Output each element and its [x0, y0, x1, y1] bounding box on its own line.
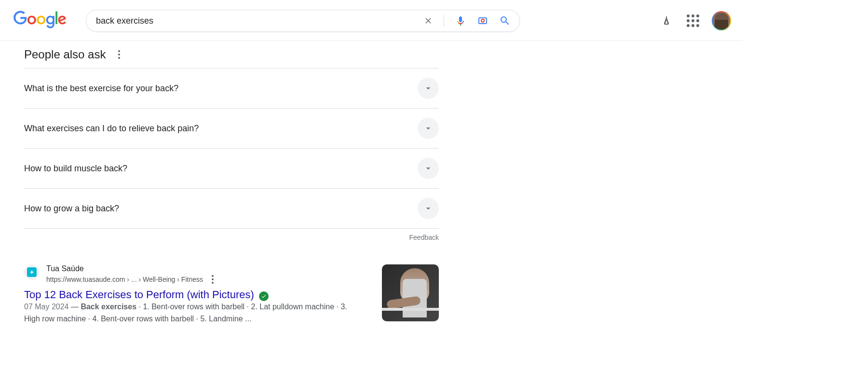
paa-title: People also ask [24, 48, 106, 61]
paa-question: How to grow a big back? [24, 204, 119, 214]
main-content: People also ask What is the best exercis… [0, 41, 439, 325]
paa-question: What is the best exercise for your back? [24, 83, 178, 94]
result-date: 07 May 2024 [24, 303, 69, 311]
feedback-link[interactable]: Feedback [24, 234, 439, 241]
paa-item[interactable]: How to build muscle back? [24, 149, 439, 189]
chevron-down-icon[interactable] [418, 198, 439, 219]
result-text: · 1. Bent-over rows with barbell · 2. La… [24, 303, 347, 323]
paa-item[interactable]: How to grow a big back? [24, 189, 439, 229]
paa-list: What is the best exercise for your back?… [24, 68, 439, 229]
svg-point-1 [481, 19, 484, 22]
svg-rect-0 [479, 18, 487, 24]
paa-question: What exercises can I do to relieve back … [24, 124, 199, 134]
paa-item[interactable]: What is the best exercise for your back? [24, 69, 439, 109]
result-favicon: + [24, 264, 40, 280]
result-thumbnail[interactable] [382, 264, 439, 321]
voice-search-icon[interactable] [453, 13, 468, 28]
result-main: + Tua Saúde https://www.tuasaude.com › .… [24, 264, 353, 325]
clear-icon[interactable] [421, 14, 435, 28]
search-icons [421, 13, 513, 28]
search-bar [86, 10, 520, 32]
account-avatar[interactable] [712, 11, 731, 30]
result-site-name: Tua Saúde [46, 264, 353, 273]
result-snippet: 07 May 2024 — Back exercises · 1. Bent-o… [24, 301, 353, 325]
paa-header: People also ask [24, 48, 439, 61]
chevron-down-icon[interactable] [418, 158, 439, 179]
verified-icon [259, 291, 269, 301]
image-search-icon[interactable] [475, 13, 490, 28]
result-url: https://www.tuasaude.com › ... › Well-Be… [46, 276, 203, 283]
google-logo[interactable] [14, 11, 67, 31]
paa-item[interactable]: What exercises can I do to relieve back … [24, 109, 439, 149]
search-button-icon[interactable] [497, 13, 513, 28]
result-bold: Back exercises [81, 303, 136, 311]
result-title-link[interactable]: Top 12 Back Exercises to Perform (with P… [24, 289, 254, 301]
result-header: + Tua Saúde https://www.tuasaude.com › .… [24, 264, 353, 286]
search-input[interactable] [96, 16, 421, 26]
chevron-down-icon[interactable] [418, 78, 439, 99]
apps-menu-icon[interactable] [683, 11, 703, 31]
favicon-plus-icon: + [27, 267, 37, 277]
search-result: + Tua Saúde https://www.tuasaude.com › .… [24, 264, 439, 325]
chevron-down-icon[interactable] [418, 118, 439, 139]
labs-icon[interactable] [659, 13, 674, 28]
header [0, 0, 743, 41]
divider [444, 15, 444, 27]
svg-point-2 [485, 19, 486, 20]
result-more-icon[interactable] [210, 273, 216, 286]
header-right [659, 11, 731, 31]
paa-question: How to build muscle back? [24, 164, 127, 174]
result-source: Tua Saúde https://www.tuasaude.com › ...… [46, 264, 353, 286]
more-options-icon[interactable] [116, 48, 122, 61]
